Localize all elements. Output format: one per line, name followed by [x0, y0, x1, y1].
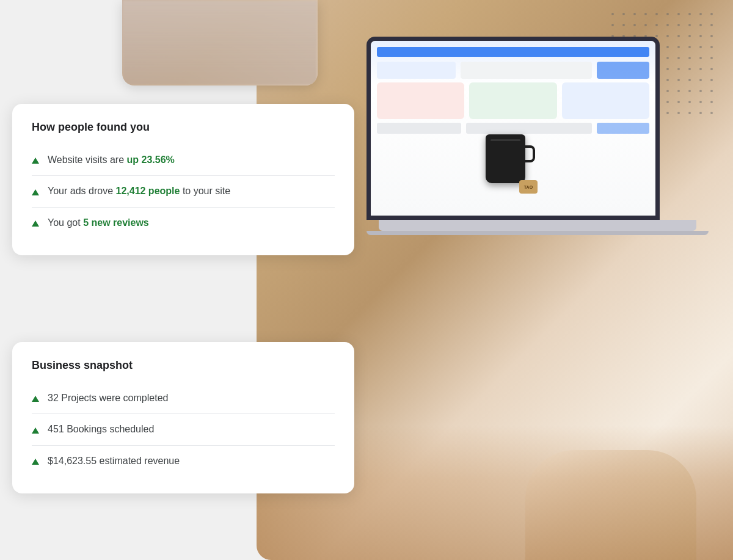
card-top-title: How people found you	[32, 121, 335, 134]
card-bottom-title: Business snapshot	[32, 359, 335, 372]
card-business-snapshot: Business snapshot 32 Projects were compl…	[12, 342, 354, 493]
card-how-found: How people found you Website visits are …	[12, 104, 354, 255]
stat-text-reviews: You got 5 new reviews	[48, 216, 149, 230]
stat-item-website-visits: Website visits are up 23.56%	[32, 145, 335, 175]
stat-item-bookings: 451 Bookings scheduled	[32, 413, 335, 445]
stat-text-bookings: 451 Bookings scheduled	[48, 423, 154, 436]
highlight-ads: 12,412 people	[115, 186, 180, 196]
stat-text-website-visits: Website visits are up 23.56%	[48, 153, 175, 167]
coffee-cup	[486, 134, 525, 183]
arrow-up-icon-projects	[32, 396, 39, 402]
stat-item-revenue: $14,623.55 estimated revenue	[32, 445, 335, 476]
stat-text-ads: Your ads drove 12,412 people to your sit…	[48, 184, 230, 198]
stat-item-reviews: You got 5 new reviews	[32, 207, 335, 238]
laptop	[366, 37, 709, 235]
arrow-up-icon-bookings	[32, 427, 39, 434]
tea-tag: TAO	[519, 180, 538, 194]
arrow-up-icon-website	[32, 158, 39, 164]
stat-item-projects: 32 Projects were completed	[32, 383, 335, 413]
stat-item-ads: Your ads drove 12,412 people to your sit…	[32, 175, 335, 206]
arrow-up-icon-reviews	[32, 220, 39, 227]
scene: TAO How people found you Website visits …	[0, 0, 733, 560]
highlight-reviews: 5 new reviews	[83, 217, 149, 228]
top-photo-strip	[122, 0, 318, 85]
arrow-up-icon-revenue	[32, 459, 39, 465]
arrow-up-icon-ads	[32, 189, 39, 195]
highlight-website-visits: up 23.56%	[127, 155, 175, 165]
stat-text-revenue: $14,623.55 estimated revenue	[48, 454, 180, 468]
stat-text-projects: 32 Projects were completed	[48, 391, 168, 405]
